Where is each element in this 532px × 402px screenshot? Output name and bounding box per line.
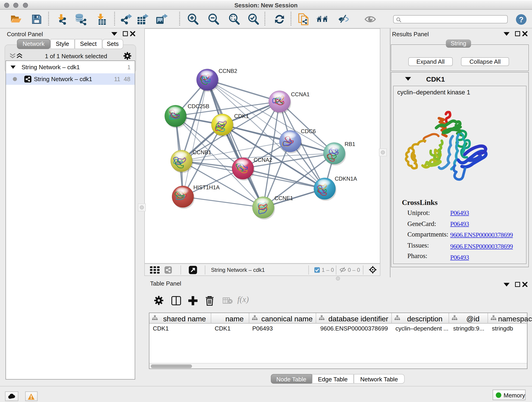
svg-text:CDK1: CDK1 (234, 113, 249, 119)
svg-text:RB1: RB1 (345, 141, 355, 147)
svg-text:CCNE1: CCNE1 (274, 195, 293, 201)
svg-text:CDC6: CDC6 (301, 128, 316, 134)
svg-text:HIST1H1A: HIST1H1A (193, 184, 220, 191)
svg-text:CCNB2: CCNB2 (219, 68, 237, 74)
svg-text:CDC25B: CDC25B (188, 103, 209, 109)
svg-text:CCNA1: CCNA1 (291, 91, 310, 97)
svg-text:CCNA2: CCNA2 (254, 157, 272, 163)
svg-text:CDKN1A: CDKN1A (335, 176, 357, 182)
svg-text:?: ? (519, 15, 524, 24)
svg-text:CCNB1: CCNB1 (193, 149, 211, 155)
